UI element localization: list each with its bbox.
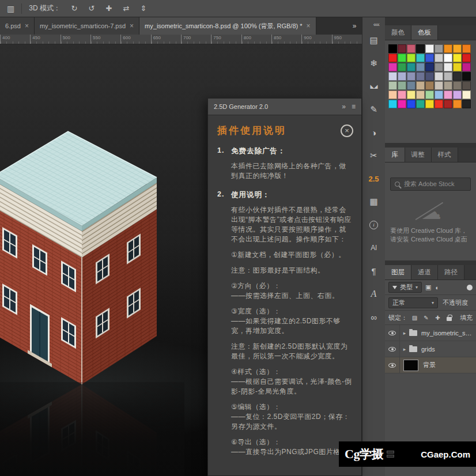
tab-swatches[interactable]: 色板 bbox=[411, 25, 438, 40]
color-swatch[interactable] bbox=[416, 81, 425, 90]
color-swatch[interactable] bbox=[462, 63, 471, 71]
color-swatch[interactable] bbox=[435, 72, 443, 81]
color-swatch[interactable] bbox=[425, 100, 434, 108]
lock-image-pixels-icon[interactable]: ✎ bbox=[422, 313, 430, 322]
color-swatch[interactable] bbox=[444, 81, 452, 90]
color-swatch[interactable] bbox=[444, 63, 452, 71]
color-swatch[interactable] bbox=[435, 63, 443, 71]
color-swatch[interactable] bbox=[453, 54, 462, 62]
lock-transparent-pixels-icon[interactable]: ▨ bbox=[410, 313, 419, 322]
color-swatch[interactable] bbox=[435, 54, 443, 62]
document-tab[interactable]: 6.psd × bbox=[0, 17, 35, 35]
color-swatch[interactable] bbox=[398, 90, 406, 99]
tab-close-button[interactable]: × bbox=[25, 22, 29, 30]
color-swatch[interactable] bbox=[398, 44, 406, 53]
color-swatch[interactable] bbox=[453, 44, 462, 53]
visibility-eye-icon[interactable] bbox=[385, 325, 400, 341]
color-swatch[interactable] bbox=[462, 44, 471, 53]
panel-collapse-button[interactable]: » bbox=[342, 103, 346, 111]
expand-chevron-icon[interactable]: ▸ bbox=[400, 346, 409, 352]
filter-toggle[interactable] bbox=[467, 285, 473, 290]
expand-chevron-icon[interactable]: ▸ bbox=[400, 330, 409, 336]
color-swatch[interactable] bbox=[425, 63, 434, 71]
color-swatch[interactable] bbox=[416, 54, 425, 62]
tab-close-button[interactable]: × bbox=[307, 22, 311, 30]
color-swatch[interactable] bbox=[453, 63, 462, 71]
horizontal-ruler[interactable]: 400 450 500 550 600 650 700 750 800 850 … bbox=[0, 35, 362, 44]
adjustment-layer-filter-icon[interactable]: ◐ bbox=[435, 284, 439, 291]
color-swatch[interactable] bbox=[444, 90, 452, 99]
tab-paths[interactable]: 路径 bbox=[438, 265, 464, 279]
roll-3d-camera-icon[interactable]: ↺ bbox=[85, 2, 99, 15]
layer-row[interactable]: ▸ 背景 bbox=[385, 357, 476, 373]
color-swatch[interactable] bbox=[388, 72, 397, 81]
color-swatch[interactable] bbox=[425, 72, 434, 81]
properties-icon[interactable]: ▤ bbox=[362, 29, 386, 52]
workspace-grid-icon[interactable]: ▥ bbox=[7, 4, 14, 13]
color-swatch[interactable] bbox=[407, 81, 415, 90]
color-swatch[interactable] bbox=[388, 81, 397, 90]
color-swatch[interactable] bbox=[388, 63, 397, 71]
layer-row[interactable]: ▸ my_isometric_smarticon bbox=[385, 325, 476, 341]
color-swatch[interactable] bbox=[425, 81, 434, 90]
color-swatch[interactable] bbox=[425, 54, 434, 62]
tab-color[interactable]: 颜色 bbox=[385, 25, 411, 40]
landscape-icon[interactable]: ◣◢ bbox=[362, 75, 386, 98]
color-swatch[interactable] bbox=[388, 44, 397, 53]
info-icon[interactable]: i bbox=[362, 213, 386, 236]
visibility-eye-icon[interactable] bbox=[385, 341, 400, 357]
pan-3d-camera-icon[interactable]: ✚ bbox=[102, 2, 116, 15]
tab-styles[interactable]: 样式 bbox=[432, 148, 458, 162]
color-swatch[interactable] bbox=[398, 81, 406, 90]
slide-3d-camera-icon[interactable]: ⇄ bbox=[119, 2, 133, 15]
tab-library[interactable]: 库 bbox=[385, 148, 405, 162]
color-swatch[interactable] bbox=[388, 54, 397, 62]
color-swatch[interactable] bbox=[435, 90, 443, 99]
color-swatch[interactable] bbox=[425, 44, 434, 53]
ai-panel-icon[interactable]: Al bbox=[362, 236, 386, 259]
color-swatch[interactable] bbox=[435, 100, 443, 108]
document-tab[interactable]: my_isometric_smarticon-7.psd × bbox=[35, 17, 139, 35]
filter-kind-dropdown[interactable]: 类型 ▾ bbox=[388, 282, 422, 293]
color-swatch[interactable] bbox=[398, 100, 406, 108]
plugin-close-button[interactable]: × bbox=[341, 124, 353, 137]
library-search-input[interactable]: 搜索 Adobe Stock bbox=[390, 177, 471, 191]
color-swatch[interactable] bbox=[407, 90, 415, 99]
paragraph-icon[interactable]: ¶ bbox=[362, 259, 386, 282]
expand-panels-button[interactable]: «« bbox=[373, 17, 385, 29]
color-swatch[interactable] bbox=[388, 100, 397, 108]
artboard-grid-icon[interactable]: ▦ bbox=[362, 190, 386, 213]
tab-channels[interactable]: 通道 bbox=[411, 265, 438, 279]
color-swatch[interactable] bbox=[444, 44, 452, 53]
color-swatch[interactable] bbox=[416, 44, 425, 53]
color-swatch[interactable] bbox=[416, 72, 425, 81]
tab-layers[interactable]: 图层 bbox=[385, 265, 411, 279]
color-swatch[interactable] bbox=[416, 90, 425, 99]
color-swatch[interactable] bbox=[398, 54, 406, 62]
color-swatch[interactable] bbox=[416, 100, 425, 108]
color-swatch[interactable] bbox=[407, 44, 415, 53]
color-swatch[interactable] bbox=[453, 100, 462, 108]
color-swatch[interactable] bbox=[462, 54, 471, 62]
color-swatch[interactable] bbox=[425, 90, 434, 99]
tab-adjustments[interactable]: 调整 bbox=[405, 148, 432, 162]
color-swatch[interactable] bbox=[462, 90, 471, 99]
document-tab-active[interactable]: my_isometric_smarticon-8.psd @ 100% (背景,… bbox=[139, 17, 316, 35]
plugin-panel-header[interactable]: 2.5D Generator 2.0 » ≡ bbox=[208, 99, 361, 115]
color-swatch[interactable] bbox=[388, 90, 397, 99]
character-styles-icon[interactable]: A bbox=[362, 282, 386, 305]
lock-all-icon[interactable] bbox=[445, 313, 454, 322]
orbit-3d-camera-icon[interactable]: ↻ bbox=[67, 2, 81, 15]
color-swatch[interactable] bbox=[444, 72, 452, 81]
tab-overflow-button[interactable]: » bbox=[347, 17, 362, 35]
color-swatch[interactable] bbox=[407, 72, 415, 81]
lock-position-icon[interactable]: ✚ bbox=[433, 313, 442, 322]
color-swatch[interactable] bbox=[416, 63, 425, 71]
color-swatch[interactable] bbox=[407, 100, 415, 108]
visibility-eye-icon[interactable] bbox=[385, 357, 400, 373]
color-swatch[interactable] bbox=[462, 81, 471, 90]
color-swatch[interactable] bbox=[453, 72, 462, 81]
blend-mode-dropdown[interactable]: 正常 ▾ bbox=[388, 297, 438, 308]
color-swatch[interactable] bbox=[407, 54, 415, 62]
color-swatch[interactable] bbox=[435, 44, 443, 53]
